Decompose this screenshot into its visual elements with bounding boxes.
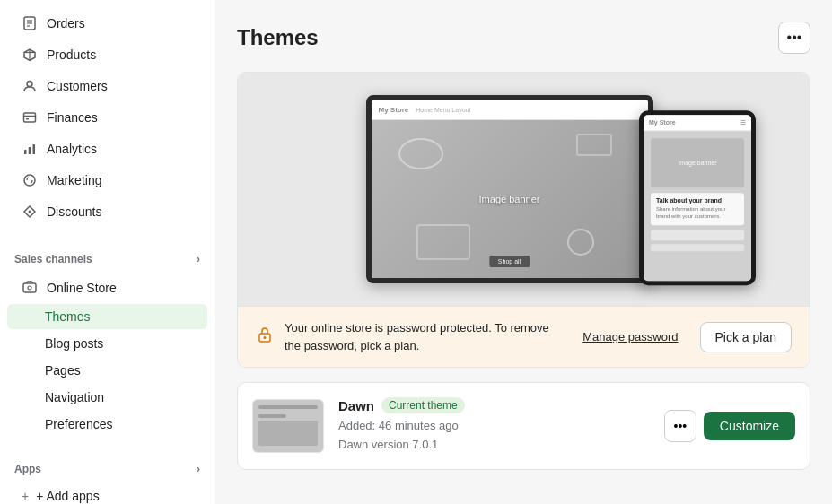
mobile-brand-text: Share information about your brand with … xyxy=(656,205,739,221)
sidebar-item-discounts[interactable]: Discounts xyxy=(7,196,207,227)
chevron-right-icon-apps: › xyxy=(197,463,200,475)
svg-rect-9 xyxy=(26,118,29,120)
svg-rect-15 xyxy=(23,283,36,292)
mobile-icons: ☰ xyxy=(740,119,746,126)
analytics-icon xyxy=(22,141,38,157)
page-more-button[interactable]: ••• xyxy=(778,22,810,54)
sidebar: Orders Products Customers Finances Analy… xyxy=(0,0,215,504)
manage-password-button[interactable]: Manage password xyxy=(572,323,688,351)
svg-point-13 xyxy=(24,175,35,186)
theme-item-dawn: Dawn Current theme Added: 46 minutes ago… xyxy=(238,383,810,469)
page-title: Themes xyxy=(237,25,319,50)
password-banner-text: Your online store is password protected.… xyxy=(285,319,561,354)
desktop-mockup: My Store Home Menu Layout Image banner xyxy=(366,95,653,283)
mobile-placeholder-1 xyxy=(651,230,744,240)
apps-section-header: Apps › xyxy=(0,456,215,482)
svg-point-16 xyxy=(28,286,31,290)
sidebar-item-products-label: Products xyxy=(47,48,96,62)
theme-name-row: Dawn Current theme xyxy=(338,397,650,413)
theme-more-button[interactable]: ••• xyxy=(664,410,696,442)
sidebar-item-marketing-label: Marketing xyxy=(47,173,101,187)
mobile-mockup-header: My Store ☰ xyxy=(644,115,751,131)
sidebar-item-orders-label: Orders xyxy=(47,16,85,30)
sidebar-subitem-navigation[interactable]: Navigation xyxy=(7,385,207,410)
main-content: Themes ••• My Store Home Menu Layout xyxy=(215,0,832,504)
discounts-icon xyxy=(22,204,38,220)
password-banner: Your online store is password protected.… xyxy=(238,306,810,367)
sales-channels-header[interactable]: Sales channels › xyxy=(0,246,215,273)
svg-point-18 xyxy=(264,336,267,339)
mobile-brand-title: Talk about your brand xyxy=(656,197,739,204)
desktop-nav-links: Home Menu Layout xyxy=(416,107,470,113)
theme-info: Dawn Current theme Added: 46 minutes ago… xyxy=(338,397,650,455)
current-theme-badge: Current theme xyxy=(381,397,465,413)
theme-actions: ••• Customize xyxy=(664,410,795,442)
desktop-image-banner-label: Image banner xyxy=(479,194,540,204)
mobile-placeholder-2 xyxy=(651,244,744,251)
thumbnail-line-2 xyxy=(258,414,286,418)
page-header: Themes ••• xyxy=(237,22,810,54)
sidebar-item-products[interactable]: Products xyxy=(7,39,207,70)
online-store-icon xyxy=(22,280,38,296)
finances-icon xyxy=(22,109,38,126)
sidebar-item-customers-label: Customers xyxy=(47,79,108,93)
sidebar-item-finances-label: Finances xyxy=(47,110,98,125)
mobile-store-name: My Store xyxy=(649,119,676,126)
theme-version: Dawn version 7.0.1 xyxy=(338,436,650,455)
desktop-mockup-header: My Store Home Menu Layout xyxy=(372,100,648,120)
sidebar-item-customers[interactable]: Customers xyxy=(7,71,207,101)
svg-rect-12 xyxy=(33,144,36,154)
theme-preview-area: My Store Home Menu Layout Image banner xyxy=(238,73,810,306)
theme-meta: Added: 46 minutes ago Dawn version 7.0.1 xyxy=(338,417,650,455)
mobile-content-block: Talk about your brand Share information … xyxy=(651,193,744,225)
mobile-mockup: My Store ☰ Image banner Talk about your … xyxy=(639,110,756,285)
pick-plan-button[interactable]: Pick a plan xyxy=(700,322,792,352)
desktop-button-label: Shop all xyxy=(498,258,521,265)
mobile-banner-text: Image banner xyxy=(678,160,716,166)
sidebar-subitem-blog-posts[interactable]: Blog posts xyxy=(7,331,207,356)
svg-point-14 xyxy=(29,211,31,213)
sidebar-item-online-store[interactable]: Online Store xyxy=(7,274,207,302)
desktop-mockup-body: Image banner Shop all xyxy=(372,120,648,278)
plus-icon: + xyxy=(22,489,29,503)
customers-icon xyxy=(22,78,38,94)
customize-button[interactable]: Customize xyxy=(704,412,795,440)
sidebar-subitem-pages[interactable]: Pages xyxy=(7,358,207,383)
svg-rect-7 xyxy=(24,113,36,122)
orders-icon xyxy=(22,15,38,31)
sidebar-item-analytics[interactable]: Analytics xyxy=(7,134,207,164)
desktop-store-name: My Store xyxy=(379,106,409,114)
sidebar-item-analytics-label: Analytics xyxy=(47,142,97,156)
thumbnail-block xyxy=(258,421,318,446)
thumbnail-line-1 xyxy=(258,405,318,409)
sidebar-subitem-preferences[interactable]: Preferences xyxy=(7,412,207,437)
sidebar-subitem-themes[interactable]: Themes xyxy=(7,304,207,329)
theme-thumbnail xyxy=(252,399,324,453)
theme-added: Added: 46 minutes ago xyxy=(338,417,650,436)
theme-list-card: Dawn Current theme Added: 46 minutes ago… xyxy=(237,382,810,470)
mobile-mockup-body: Image banner Talk about your brand Share… xyxy=(644,131,751,281)
svg-point-6 xyxy=(27,82,32,87)
sidebar-item-discounts-label: Discounts xyxy=(47,204,101,219)
online-store-label: Online Store xyxy=(47,281,117,295)
sidebar-item-marketing[interactable]: Marketing xyxy=(7,165,207,196)
chevron-right-icon: › xyxy=(197,253,200,265)
svg-rect-11 xyxy=(29,147,31,154)
sidebar-item-orders[interactable]: Orders xyxy=(7,8,207,39)
add-apps-button[interactable]: + + Add apps xyxy=(7,483,207,504)
theme-name: Dawn xyxy=(338,398,374,413)
svg-rect-10 xyxy=(24,150,27,154)
products-icon xyxy=(22,47,38,63)
marketing-icon xyxy=(22,172,38,188)
lock-icon xyxy=(256,326,274,348)
sidebar-item-finances[interactable]: Finances xyxy=(7,102,207,133)
theme-preview-card: My Store Home Menu Layout Image banner xyxy=(237,72,810,368)
